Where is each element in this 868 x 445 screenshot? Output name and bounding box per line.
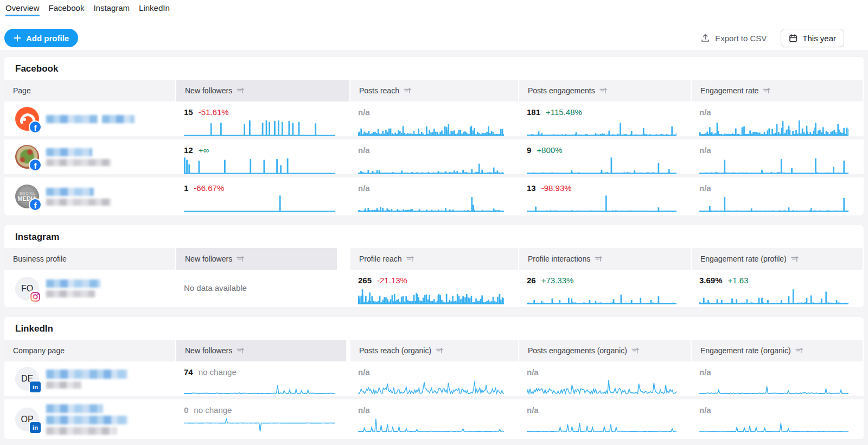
instagram-glyph-icon (30, 291, 41, 302)
profile-name-redacted[interactable] (46, 148, 111, 166)
sparkline (699, 287, 848, 304)
column-header-engagement-rate-profile[interactable]: Engagement rate (profile) (691, 248, 863, 270)
section-linkedin: LinkedInCompany pageNew followersPosts r… (4, 317, 864, 439)
redacted-text-line (46, 404, 127, 413)
table-header: Company pageNew followersPosts reach (or… (4, 340, 864, 361)
metric-cell: n/a (349, 361, 518, 396)
column-header-posts-engagements[interactable]: Posts engagements (518, 80, 691, 101)
plus-icon (14, 34, 21, 42)
tab-overview[interactable]: Overview (5, 0, 40, 16)
profile-name-redacted[interactable] (46, 404, 127, 435)
profile-cell: FO (4, 270, 175, 307)
tab-linkedin[interactable]: LinkedIn (139, 0, 170, 16)
table-row[interactable]: f12+∞n/a9+800%n/a (4, 139, 864, 177)
redacted-text-line (46, 382, 127, 389)
column-header-new-followers[interactable]: New followers (175, 340, 349, 361)
profile-name-redacted[interactable] (46, 115, 135, 123)
column-header-engagement-rate[interactable]: Engagement rate (691, 80, 863, 101)
metric-value: n/a (358, 405, 370, 415)
column-header-profile-interactions[interactable]: Profile interactions (518, 248, 691, 270)
profile-name-redacted[interactable] (46, 188, 111, 206)
sparkline (358, 378, 504, 396)
column-header-new-followers[interactable]: New followers (175, 80, 349, 101)
sort-icon (763, 87, 771, 94)
metric-value: n/a (699, 107, 711, 117)
metric-cell: 26+73.33% (518, 270, 691, 307)
column-header-posts-reach-organic[interactable]: Posts reach (organic) (349, 340, 518, 361)
column-header-posts-engagements-organic[interactable]: Posts engagements (organic) (518, 340, 691, 361)
sparkline (699, 378, 848, 396)
column-header-posts-reach[interactable]: Posts reach (349, 80, 518, 101)
column-header-label: Business profile (13, 255, 67, 263)
metric-change: +1.63 (728, 276, 749, 285)
table-row[interactable]: f15-51.61%n/a181+115.48%n/a (4, 101, 864, 139)
column-header-label: Posts reach (359, 86, 399, 95)
calendar-icon (789, 34, 797, 42)
redacted-text-line (46, 290, 100, 297)
sparkline (527, 378, 676, 396)
column-header-page: Page (4, 80, 175, 101)
profile-name-redacted[interactable] (46, 279, 100, 297)
profile-avatar: f (15, 107, 39, 131)
sparkline (358, 416, 504, 434)
column-header-new-followers[interactable]: New followers (175, 248, 349, 270)
add-profile-button[interactable]: Add profile (4, 29, 78, 47)
column-header-label: Posts engagements (528, 86, 595, 95)
metric-line: n/a (358, 367, 504, 377)
table-row[interactable]: DEin74no changen/an/an/a (4, 361, 864, 399)
column-header-engagement-rate-organic[interactable]: Engagement rate (organic) (691, 340, 863, 361)
metric-change: +∞ (199, 145, 209, 155)
metric-line: n/a (358, 405, 504, 415)
table-row[interactable]: SOCIALMEDIAf1-66.67%n/a13-98.93%n/a (4, 177, 864, 215)
tab-bar: OverviewFacebookInstagramLinkedIn (0, 0, 868, 16)
table-row[interactable]: OPin0no changen/an/an/a (4, 399, 864, 439)
tab-instagram[interactable]: Instagram (93, 0, 130, 16)
table-row[interactable]: FONo data available265-21.13%26+73.33%3.… (4, 270, 864, 307)
column-header-label: Profile reach (359, 255, 402, 263)
metric-value: n/a (358, 107, 370, 117)
section-facebook: FacebookPageNew followersPosts reachPost… (4, 57, 864, 215)
profile-name-redacted[interactable] (46, 370, 127, 389)
column-header-business-profile: Business profile (4, 248, 175, 270)
sparkline (527, 118, 676, 136)
upload-icon (701, 34, 710, 42)
profile-avatar: f (15, 145, 39, 169)
metric-line: 265-21.13% (358, 276, 504, 285)
redacted-text-line (46, 159, 111, 166)
sort-icon (595, 255, 603, 263)
sparkline (184, 378, 335, 396)
metric-cell: 1-66.67% (175, 177, 349, 215)
metric-cell: n/a (349, 177, 518, 215)
sort-icon (406, 255, 414, 263)
metric-cell: n/a (691, 361, 863, 396)
metric-value: n/a (699, 183, 711, 193)
profile-cell: OPin (4, 399, 175, 439)
metric-line: n/a (699, 367, 848, 377)
badge-letter: in (33, 384, 38, 390)
date-range-button[interactable]: This year (781, 29, 844, 47)
column-header-profile-reach[interactable]: Profile reach (349, 248, 518, 270)
toolbar: Add profile Export to CSV This year (0, 16, 868, 47)
metric-cell: n/a (691, 101, 863, 136)
metric-value: 0 (184, 405, 188, 415)
sparkline (184, 156, 335, 174)
metric-change: -21.13% (377, 276, 407, 285)
column-header-label: Company page (13, 346, 65, 355)
metric-line: n/a (358, 107, 504, 117)
metric-change: +800% (537, 145, 562, 155)
table-header: PageNew followersPosts reachPosts engage… (4, 80, 864, 101)
redacted-text-line (46, 148, 111, 156)
export-csv-button[interactable]: Export to CSV (701, 34, 767, 43)
sparkline (527, 194, 676, 212)
tab-facebook[interactable]: Facebook (49, 0, 85, 16)
sort-icon (436, 347, 444, 354)
date-range-label: This year (802, 34, 836, 43)
metric-cell: No data available (175, 270, 349, 307)
metric-value: 26 (527, 276, 536, 285)
redacted-text-line (46, 199, 111, 206)
sort-icon (237, 347, 245, 354)
metric-value: 12 (184, 145, 193, 155)
metric-value: 9 (527, 145, 531, 155)
metric-cell: 265-21.13% (349, 270, 518, 307)
sparkline (184, 194, 335, 212)
